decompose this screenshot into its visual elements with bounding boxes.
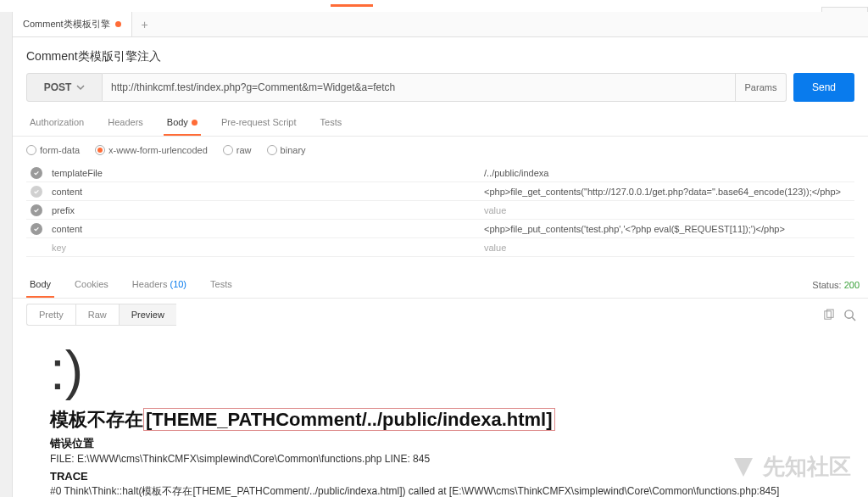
error-face-icon: :) bbox=[50, 339, 831, 402]
kv-row[interactable]: prefix value bbox=[26, 201, 854, 220]
error-title-pre: 模板不存在 bbox=[50, 409, 143, 430]
copy-icon[interactable] bbox=[822, 309, 835, 321]
radio-label: binary bbox=[281, 145, 306, 155]
row-toggle[interactable] bbox=[26, 167, 47, 179]
error-trace-heading: TRACE bbox=[50, 470, 831, 483]
radio-label: form-data bbox=[40, 145, 80, 155]
svg-line-3 bbox=[852, 317, 855, 321]
error-title: 模板不存在[THEME_PATHComment/../public/indexa… bbox=[50, 407, 831, 433]
radio-form-data[interactable]: form-data bbox=[26, 145, 80, 155]
http-method-select[interactable]: POST bbox=[26, 73, 103, 102]
resp-headers-label: Headers bbox=[132, 279, 168, 289]
kv-row-empty[interactable]: key value bbox=[26, 238, 854, 257]
response-actions bbox=[822, 309, 856, 321]
watermark-logo-icon bbox=[731, 455, 756, 480]
radio-binary[interactable]: binary bbox=[267, 145, 306, 155]
add-tab-button[interactable]: + bbox=[132, 12, 158, 36]
kv-row[interactable]: content <php>file_get_contents("http://1… bbox=[26, 182, 854, 201]
kv-value[interactable]: <php>file_put_contents('test.php','<?php… bbox=[479, 224, 854, 234]
kv-value[interactable]: <php>file_get_contents("http://127.0.0.1… bbox=[479, 187, 854, 197]
kv-value[interactable]: /../public/indexa bbox=[479, 168, 854, 178]
radio-label: x-www-form-urlencoded bbox=[108, 145, 208, 155]
tab-prerequest[interactable]: Pre-request Script bbox=[218, 110, 300, 136]
kv-key[interactable]: templateFile bbox=[47, 168, 479, 178]
kv-key[interactable]: prefix bbox=[47, 205, 479, 215]
body-type-radios: form-data x-www-form-urlencoded raw bina… bbox=[13, 137, 868, 164]
check-icon bbox=[33, 188, 40, 195]
error-location-heading: 错误位置 bbox=[50, 436, 831, 451]
resp-tab-cookies[interactable]: Cookies bbox=[71, 272, 112, 298]
tab-body[interactable]: Body bbox=[164, 110, 201, 136]
kv-key[interactable]: key bbox=[47, 243, 479, 253]
request-tab-bar: Comment类模板引擎 + bbox=[13, 12, 868, 37]
search-icon[interactable] bbox=[843, 309, 856, 321]
send-button[interactable]: Send bbox=[793, 73, 854, 102]
kv-row[interactable]: templateFile /../public/indexa bbox=[26, 164, 854, 182]
tab-authorization[interactable]: Authorization bbox=[26, 110, 87, 136]
row-toggle[interactable] bbox=[26, 186, 47, 198]
status-label: Status: bbox=[812, 280, 841, 290]
response-tabs: Body Cookies Headers (10) Tests Status: … bbox=[13, 272, 868, 299]
view-preview[interactable]: Preview bbox=[119, 304, 176, 326]
chevron-down-icon bbox=[76, 83, 85, 92]
status-code: 200 bbox=[844, 280, 860, 290]
view-raw[interactable]: Raw bbox=[75, 304, 119, 326]
kv-row[interactable]: content <php>file_put_contents('test.php… bbox=[26, 220, 854, 238]
row-toggle[interactable] bbox=[26, 204, 47, 216]
error-file-line: FILE: E:\WWW\cms\ThinkCMFX\simplewind\Co… bbox=[50, 453, 831, 465]
kv-value[interactable]: value bbox=[479, 205, 854, 215]
svg-point-2 bbox=[845, 310, 853, 317]
check-icon bbox=[33, 170, 40, 176]
params-button[interactable]: Params bbox=[736, 73, 787, 102]
tab-body-label: Body bbox=[167, 117, 188, 127]
resp-tab-headers[interactable]: Headers (10) bbox=[129, 272, 190, 298]
top-accent-bar bbox=[331, 4, 373, 7]
dot-icon bbox=[192, 120, 198, 126]
view-pretty[interactable]: Pretty bbox=[26, 304, 75, 326]
request-tab[interactable]: Comment类模板引擎 bbox=[13, 12, 132, 36]
kv-key[interactable]: content bbox=[47, 187, 479, 197]
method-label: POST bbox=[44, 81, 72, 93]
watermark-text: 先知社区 bbox=[763, 452, 851, 482]
request-row: POST Params Send bbox=[13, 73, 868, 110]
unsaved-dot-icon bbox=[115, 21, 121, 27]
resp-tab-body[interactable]: Body bbox=[26, 272, 54, 298]
check-icon bbox=[33, 226, 40, 232]
left-gutter bbox=[0, 12, 13, 497]
kv-value[interactable]: value bbox=[479, 243, 854, 253]
tab-headers[interactable]: Headers bbox=[104, 110, 147, 136]
tab-label: Comment类模板引擎 bbox=[23, 18, 110, 31]
request-subtabs: Authorization Headers Body Pre-request S… bbox=[13, 110, 868, 137]
main-panel: Comment类模板引擎 + Comment类模版引擎注入 POST Param… bbox=[13, 12, 868, 497]
kv-key[interactable]: content bbox=[47, 224, 479, 234]
radio-label: raw bbox=[236, 145, 252, 155]
check-icon bbox=[33, 207, 40, 214]
resp-tab-tests[interactable]: Tests bbox=[207, 272, 236, 298]
error-title-highlight: [THEME_PATHComment/../public/indexa.html… bbox=[143, 408, 555, 431]
error-trace-line: #0 Think\Think::halt(模板不存在[THEME_PATHCom… bbox=[50, 484, 831, 497]
row-toggle[interactable] bbox=[26, 223, 47, 235]
response-status: Status: 200 bbox=[812, 280, 860, 290]
url-input[interactable] bbox=[103, 73, 736, 102]
tab-tests[interactable]: Tests bbox=[317, 110, 346, 136]
radio-raw[interactable]: raw bbox=[223, 145, 252, 155]
response-view-tabs: Pretty Raw Preview bbox=[13, 299, 868, 331]
watermark: 先知社区 bbox=[731, 452, 851, 482]
request-title: Comment类模版引擎注入 bbox=[13, 37, 868, 73]
body-kv-table: templateFile /../public/indexa content <… bbox=[13, 164, 868, 257]
radio-urlencoded[interactable]: x-www-form-urlencoded bbox=[95, 145, 208, 155]
headers-count: (10) bbox=[170, 279, 186, 289]
